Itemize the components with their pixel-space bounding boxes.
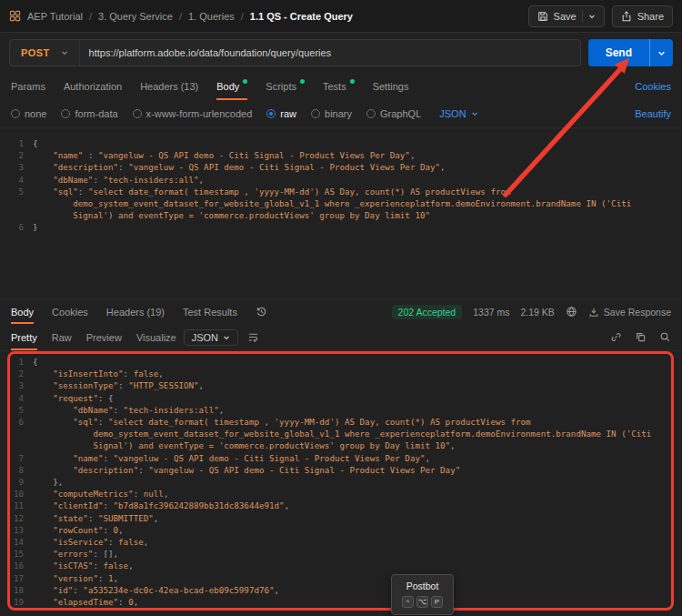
method-selector[interactable]: POST [10,40,80,66]
response-view-tab-pretty[interactable]: Pretty [11,324,37,350]
beautify-link[interactable]: Beautify [635,108,671,119]
request-tab-tests[interactable]: Tests [323,73,355,100]
copy-icon[interactable] [635,331,647,343]
body-type-x-www-form-urlencoded[interactable]: x-www-form-urlencoded [133,108,253,119]
code-line: 5 "dbName": "tech-insiders:all", [0,404,682,416]
code-line: Signal') and eventType = 'commerce.produ… [0,439,682,451]
send-options-button[interactable] [649,39,673,66]
search-icon[interactable] [659,331,671,343]
request-tab-scripts[interactable]: Scripts [266,73,305,100]
body-type-raw[interactable]: raw [266,108,296,119]
tab-label: Tests [323,81,346,92]
response-tab-test-results[interactable]: Test Results [183,299,237,324]
radio-icon [366,109,376,118]
request-tab-params[interactable]: Params [11,73,45,100]
response-language-selector[interactable]: JSON [184,329,238,346]
link-icon[interactable] [610,331,622,343]
code-line: demo_system_event_dataset_for_website_gl… [0,428,682,439]
response-body-editor[interactable]: 1{2 "isInsertInto": false,3 "sessionType… [0,351,682,616]
code-text: "errors": [], [33,548,118,560]
line-number: 6 [0,416,33,428]
share-button[interactable]: Share [612,5,673,27]
tab-label: Authorization [64,81,122,92]
line-number: 15 [0,548,33,560]
tab-label: Settings [373,81,409,92]
code-line: 14 "isService": false, [0,536,682,548]
body-language-selector[interactable]: JSON [439,108,477,119]
postbot-tooltip[interactable]: Postbot ^⌥P [391,574,454,615]
url-input[interactable]: https://platform.adobe.io/data/foundatio… [80,47,341,58]
save-button[interactable]: Save [528,5,605,27]
request-body-editor[interactable]: 1{2 "name" : "vangeluw - QS API demo - C… [0,127,682,298]
radio-label: binary [325,108,352,119]
response-toolbar-icons [610,331,671,343]
green-dot-icon [243,79,247,84]
request-tab-settings[interactable]: Settings [373,73,409,100]
response-time: 1337 ms [473,307,509,318]
collection-icon [9,10,21,22]
shortcut-key: P [431,596,443,608]
code-text: demo_system_event_dataset_for_website_gl… [33,428,651,439]
tab-label: Cookies [52,307,88,318]
save-response-button[interactable]: Save Response [588,307,671,318]
line-number: 18 [0,584,33,596]
shortcut-key: ⌥ [416,596,428,608]
breadcrumb-item-aep-tutorial[interactable]: AEP Tutorial [27,11,83,22]
breadcrumb-item-1-queries[interactable]: 1. Queries [188,11,235,22]
divider [582,10,583,22]
tab-label: Raw [52,332,72,343]
body-type-graphql[interactable]: GraphQL [366,108,421,119]
breadcrumb: AEP Tutorial/3. Query Service/1. Queries… [9,10,353,22]
save-label: Save [554,11,577,22]
tab-count: (13) [181,81,199,92]
request-url-row: POST https://platform.adobe.io/data/foun… [0,33,682,73]
radio-label: raw [280,108,296,119]
code-text: Signal') and eventType = 'commerce.produ… [33,209,430,221]
body-type-binary[interactable]: binary [311,108,352,119]
cookies-link[interactable]: Cookies [635,81,671,92]
body-type-form-data[interactable]: form-data [61,108,117,119]
breadcrumb-item-3-query-service[interactable]: 3. Query Service [98,11,173,22]
body-language-label: JSON [439,108,466,119]
response-view-tab-raw[interactable]: Raw [52,324,72,350]
code-line: 11 "clientId": "b7d8a1fc396242889bb31dc8… [0,500,682,511]
request-tabs: ParamsAuthorizationHeaders(13)BodyScript… [11,73,408,100]
response-tab-body[interactable]: Body [11,299,34,324]
method-label: POST [21,47,50,58]
response-view-tab-visualize[interactable]: Visualize [136,324,176,350]
line-number: 2 [0,368,33,379]
line-number: 5 [0,404,33,416]
code-line: 19 "elapsedTime": 0, [0,596,682,608]
request-tab-body[interactable]: Body [216,73,247,100]
code-text: Signal') and eventType = 'commerce.produ… [33,439,456,451]
code-line: 7 "name": "vangeluw - QS API demo - Citi… [0,452,682,464]
network-icon[interactable] [566,306,577,318]
send-button[interactable]: Send [588,39,649,66]
response-view-tab-preview[interactable]: Preview [86,324,122,350]
code-line: 2 "isInsertInto": false, [0,368,682,379]
request-tab-authorization[interactable]: Authorization [64,73,122,100]
code-text: "sessionType": "HTTP_SESSION", [33,379,204,391]
code-line: 9 }, [0,476,682,488]
request-tab-headers[interactable]: Headers(13) [140,73,198,100]
line-number: 11 [0,500,33,511]
history-icon[interactable] [256,306,267,318]
response-tab-cookies[interactable]: Cookies [52,299,88,324]
code-text: demo_system_event_dataset_for_website_gl… [33,197,631,209]
save-response-label: Save Response [604,307,671,318]
response-tab-headers[interactable]: Headers(19) [106,299,165,324]
postbot-label: Postbot [402,581,443,591]
wrap-text-icon[interactable] [247,331,259,343]
send-group: Send [588,39,673,66]
body-type-options: noneform-datax-www-form-urlencodedrawbin… [11,108,421,119]
green-dot-icon [350,79,355,84]
chevron-down-icon [61,49,68,56]
response-size: 2.19 KB [520,307,554,318]
save-options-chevron-icon[interactable] [588,13,596,20]
code-text: }, [33,476,63,488]
line-number: 2 [0,149,33,161]
code-text: "elapsedTime": 0, [33,596,138,608]
topbar-actions: Save Share [528,5,673,27]
radio-icon [311,109,320,118]
body-type-none[interactable]: none [11,108,46,119]
